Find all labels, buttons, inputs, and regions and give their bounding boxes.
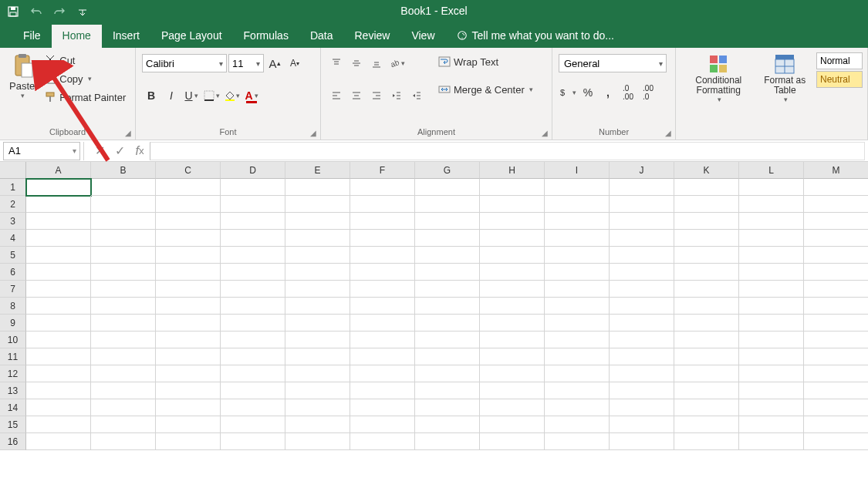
- cell[interactable]: [804, 179, 868, 196]
- align-top-button[interactable]: [327, 54, 346, 72]
- font-dialog-launcher[interactable]: ◢: [308, 127, 319, 138]
- cell[interactable]: [610, 298, 674, 315]
- row-header[interactable]: 3: [0, 213, 26, 230]
- cell[interactable]: [91, 196, 156, 213]
- cell[interactable]: [739, 399, 804, 416]
- qat-customize-button[interactable]: [73, 2, 93, 21]
- cell[interactable]: [610, 365, 674, 382]
- cell[interactable]: [156, 196, 221, 213]
- column-header[interactable]: G: [415, 162, 480, 179]
- cell[interactable]: [804, 196, 868, 213]
- wrap-text-button[interactable]: Wrap Text: [435, 54, 536, 69]
- tab-insert[interactable]: Insert: [102, 25, 150, 48]
- cell[interactable]: [26, 264, 91, 281]
- cell[interactable]: [156, 179, 221, 196]
- tab-file[interactable]: File: [12, 25, 52, 48]
- cell[interactable]: [26, 213, 91, 230]
- cell[interactable]: [221, 264, 285, 281]
- cell[interactable]: [674, 298, 739, 315]
- tab-data[interactable]: Data: [299, 25, 344, 48]
- cell[interactable]: [221, 365, 285, 382]
- cell[interactable]: [415, 315, 480, 332]
- cell[interactable]: [545, 213, 610, 230]
- cell[interactable]: [674, 196, 739, 213]
- cell[interactable]: [674, 332, 739, 348]
- cell[interactable]: [350, 332, 415, 348]
- enter-formula-button[interactable]: ✓: [110, 142, 130, 160]
- cell[interactable]: [415, 399, 480, 416]
- align-middle-button[interactable]: [347, 54, 366, 72]
- cell[interactable]: [221, 416, 285, 433]
- cell[interactable]: [26, 281, 91, 298]
- cell[interactable]: [221, 399, 285, 416]
- cell[interactable]: [674, 281, 739, 298]
- conditional-formatting-button[interactable]: Conditional Formatting▾: [681, 51, 757, 138]
- cell[interactable]: [156, 315, 221, 332]
- cell[interactable]: [480, 196, 545, 213]
- cell[interactable]: [91, 230, 156, 247]
- cell[interactable]: [91, 399, 156, 416]
- cell[interactable]: [26, 196, 91, 213]
- cell[interactable]: [285, 365, 350, 382]
- cell[interactable]: [545, 348, 610, 365]
- select-all-corner[interactable]: [0, 162, 26, 179]
- cell[interactable]: [674, 348, 739, 365]
- fill-color-button[interactable]: ▾: [222, 86, 241, 105]
- cell[interactable]: [91, 433, 156, 450]
- cell[interactable]: [156, 247, 221, 264]
- cell[interactable]: [26, 399, 91, 416]
- cancel-formula-button[interactable]: ✕: [90, 142, 110, 160]
- clipboard-dialog-launcher[interactable]: ◢: [123, 127, 133, 138]
- cell[interactable]: [480, 416, 545, 433]
- cell[interactable]: [804, 332, 868, 348]
- cell[interactable]: [221, 213, 285, 230]
- row-header[interactable]: 12: [0, 365, 26, 382]
- align-right-button[interactable]: [367, 86, 386, 105]
- increase-font-button[interactable]: A▴: [265, 54, 284, 72]
- font-name-select[interactable]: Calibri: [142, 54, 227, 72]
- cell[interactable]: [739, 348, 804, 365]
- cell[interactable]: [674, 264, 739, 281]
- cell[interactable]: [350, 433, 415, 450]
- cell[interactable]: [545, 247, 610, 264]
- cell[interactable]: [156, 230, 221, 247]
- cell[interactable]: [545, 399, 610, 416]
- cell[interactable]: [480, 382, 545, 399]
- paste-button[interactable]: Paste ▾: [5, 51, 39, 127]
- cell[interactable]: [221, 179, 285, 196]
- bold-button[interactable]: B: [142, 86, 160, 105]
- cell[interactable]: [610, 247, 674, 264]
- cell[interactable]: [350, 281, 415, 298]
- cell[interactable]: [739, 382, 804, 399]
- cell[interactable]: [156, 348, 221, 365]
- align-bottom-button[interactable]: [367, 54, 386, 72]
- column-header[interactable]: M: [804, 162, 868, 179]
- number-format-select[interactable]: General: [559, 54, 667, 72]
- decrease-indent-button[interactable]: [387, 86, 406, 105]
- redo-button[interactable]: [49, 2, 69, 21]
- increase-decimal-button[interactable]: .0.00: [619, 83, 637, 102]
- cell[interactable]: [739, 196, 804, 213]
- cell[interactable]: [739, 315, 804, 332]
- tab-page-layout[interactable]: Page Layout: [150, 25, 233, 48]
- cell[interactable]: [674, 230, 739, 247]
- cell[interactable]: [739, 264, 804, 281]
- cell[interactable]: [545, 332, 610, 348]
- cell[interactable]: [415, 196, 480, 213]
- cell[interactable]: [415, 348, 480, 365]
- cell[interactable]: [480, 399, 545, 416]
- cell[interactable]: [674, 399, 739, 416]
- cell[interactable]: [350, 416, 415, 433]
- row-header[interactable]: 6: [0, 264, 26, 281]
- column-header[interactable]: E: [285, 162, 350, 179]
- percent-style-button[interactable]: %: [579, 83, 597, 102]
- cell[interactable]: [26, 416, 91, 433]
- cell[interactable]: [26, 298, 91, 315]
- undo-button[interactable]: [26, 2, 46, 21]
- cell[interactable]: [350, 179, 415, 196]
- cell[interactable]: [674, 213, 739, 230]
- cell[interactable]: [285, 382, 350, 399]
- font-color-button[interactable]: A▾: [242, 86, 261, 105]
- column-header[interactable]: H: [480, 162, 545, 179]
- cell[interactable]: [285, 298, 350, 315]
